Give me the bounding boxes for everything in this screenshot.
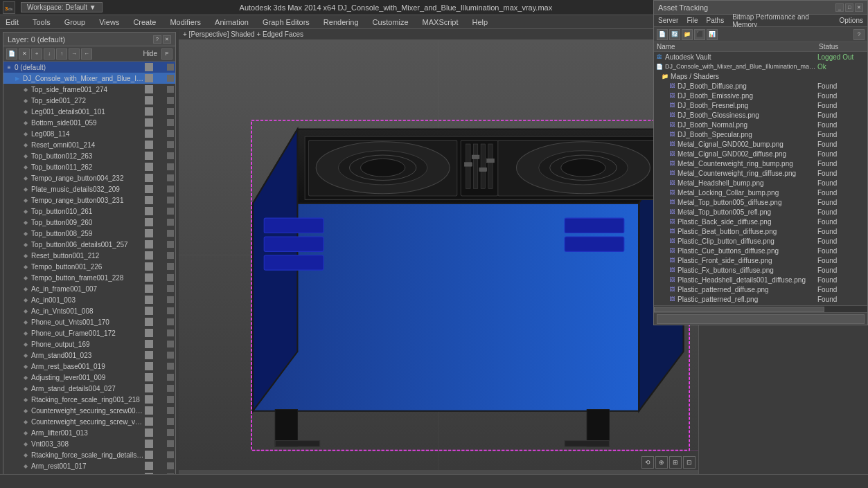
menu-views[interactable]: Views	[96, 17, 122, 28]
asset-row-maps-folder[interactable]: 📁 Maps / Shaders	[654, 71, 867, 81]
layer-item[interactable]: ◆Tempo_button_frame001_228	[3, 272, 175, 283]
asset-row[interactable]: 🖼Plastic_Back_side_diffuse.pngFound	[654, 217, 867, 226]
menu-animation[interactable]: Animation	[212, 17, 251, 28]
asset-row[interactable]: 🖼Plastic_Beat_button_diffuse.pngFound	[654, 226, 867, 236]
layer-item[interactable]: ◆Counterweight_securing_screw_vnt001_073	[3, 416, 175, 427]
layer-item[interactable]: ◆Arm_lifter001_013	[3, 427, 175, 438]
layer-freeze[interactable]	[167, 374, 174, 381]
layer-item[interactable]: ◆Plate_music_details032_209	[3, 183, 175, 195]
asset-tb-5[interactable]: 📊	[707, 29, 718, 40]
layer-freeze[interactable]	[167, 86, 174, 93]
layer-visibility[interactable]	[145, 440, 153, 448]
layer-item[interactable]: ◆Top_side_frame001_274	[3, 84, 175, 95]
layer-visibility[interactable]	[145, 351, 153, 359]
layer-item[interactable]: ◆Top_button009_260	[3, 217, 175, 228]
menu-edit[interactable]: Edit	[3, 17, 21, 28]
vp-zoom-btn[interactable]: ⊕	[655, 456, 668, 469]
layer-item[interactable]: ◆Top_button011_262	[3, 161, 175, 172]
layer-visibility[interactable]	[145, 96, 153, 105]
layer-freeze[interactable]	[167, 108, 174, 115]
layer-visibility[interactable]	[145, 240, 153, 248]
layer-item[interactable]: ◆Rtacking_force_scale_ring001_218	[3, 394, 175, 405]
layer-left-btn[interactable]: ←	[81, 48, 92, 60]
layer-close-btn[interactable]: ✕	[163, 35, 171, 44]
asset-row-mainfile[interactable]: 📄 DJ_Console_with_Mixer_and_Blue_Illumin…	[654, 62, 867, 71]
menu-modifiers[interactable]: Modifiers	[167, 17, 204, 28]
layer-freeze[interactable]	[167, 318, 174, 325]
layer-freeze[interactable]	[167, 219, 174, 226]
asset-row[interactable]: 🖼DJ_Booth_Diffuse.pngFound	[654, 81, 867, 91]
asset-row[interactable]: 🖼Metal_Headshell_bump.pngFound	[654, 178, 867, 188]
layer-item[interactable]: ◆Bottom_side001_059	[3, 117, 175, 128]
layer-item[interactable]: ◆Reset_omni001_214	[3, 139, 175, 150]
asset-row[interactable]: 🖼DJ_Booth_Normal.pngFound	[654, 120, 867, 129]
layer-visibility[interactable]	[145, 296, 153, 304]
layer-freeze[interactable]	[167, 230, 174, 237]
layer-freeze[interactable]	[167, 385, 174, 392]
layer-freeze[interactable]	[167, 64, 174, 71]
layer-visibility[interactable]	[145, 129, 153, 138]
layer-visibility[interactable]	[145, 406, 153, 415]
asset-row[interactable]: 🖼DJ_Booth_Specular.pngFound	[654, 129, 867, 139]
asset-horizontal-scrollbar[interactable]	[654, 305, 867, 312]
asset-row[interactable]: 🖼Plastic_Fx_buttons_diffuse.pngFound	[654, 265, 867, 275]
layer-item[interactable]: ◆Tempo_range_button003_231	[3, 195, 175, 206]
asset-tb-2[interactable]: 🔄	[669, 29, 680, 40]
layer-freeze[interactable]	[167, 329, 174, 336]
layer-visibility[interactable]	[145, 362, 153, 370]
layer-freeze-btn[interactable]: F	[161, 48, 172, 60]
menu-customize[interactable]: Customize	[370, 17, 411, 28]
layer-item[interactable]: ◆Top_button010_261	[3, 206, 175, 217]
layer-visibility[interactable]	[145, 373, 153, 381]
layer-freeze[interactable]	[167, 352, 174, 359]
layer-visibility[interactable]	[145, 384, 153, 392]
layer-freeze[interactable]	[167, 75, 174, 82]
layer-item[interactable]: ◆Tempo_button001_226	[3, 261, 175, 272]
layer-help-btn[interactable]: ?	[153, 35, 161, 44]
layer-item[interactable]: ◆Tempo_range_button004_232	[3, 172, 175, 183]
asset-scrollbar-thumb[interactable]	[654, 307, 824, 312]
layer-item[interactable]: ◆Ac_in001_003	[3, 294, 175, 305]
vp-field-btn[interactable]: ⊡	[683, 456, 696, 469]
layer-freeze[interactable]	[167, 418, 174, 425]
layer-visibility[interactable]	[145, 118, 153, 127]
layer-up-btn[interactable]: ↑	[56, 48, 67, 60]
asset-row[interactable]: 🖼Metal_Top_button005_refl.pngFound	[654, 207, 867, 217]
layer-visibility[interactable]	[145, 141, 153, 149]
layer-new-btn[interactable]: 📄	[6, 48, 17, 60]
layer-right-btn[interactable]: →	[69, 48, 80, 60]
layer-visibility[interactable]	[145, 417, 153, 426]
asset-row[interactable]: 🖼Metal_Cignal_GND002_bump.pngFound	[654, 139, 867, 149]
layer-visibility[interactable]	[145, 262, 153, 271]
layer-visibility[interactable]	[145, 174, 153, 182]
layer-visibility[interactable]	[145, 85, 153, 93]
layer-item[interactable]: ◆Adjusting_lever001_009	[3, 372, 175, 383]
layer-visibility[interactable]	[145, 340, 153, 348]
layer-item[interactable]: ◆Vnt003_308	[3, 438, 175, 449]
asset-row[interactable]: 🖼Metal_Locking_Collar_bump.pngFound	[654, 188, 867, 197]
menu-rendering[interactable]: Rendering	[321, 17, 362, 28]
layer-item[interactable]: ◆Arm_rest_base001_019	[3, 361, 175, 372]
layer-visibility[interactable]	[145, 74, 153, 82]
asset-tb-3[interactable]: 📁	[682, 29, 693, 40]
layer-visibility[interactable]	[145, 307, 153, 315]
vp-fit-btn[interactable]: ⊞	[669, 456, 682, 469]
layer-freeze[interactable]	[167, 208, 174, 215]
layer-visibility[interactable]	[145, 218, 153, 226]
layer-freeze[interactable]	[167, 396, 174, 403]
layer-down-btn[interactable]: ↓	[44, 48, 55, 60]
layer-item[interactable]: ◆Phone_output_169	[3, 338, 175, 350]
layer-item[interactable]: ◆Arm_stand_details004_027	[3, 383, 175, 394]
layer-freeze[interactable]	[167, 341, 174, 347]
layer-visibility[interactable]	[145, 107, 153, 116]
asset-row[interactable]: 🖼Metal_Counterweight_ring_diffuse.pngFou…	[654, 168, 867, 178]
layer-freeze[interactable]	[167, 263, 174, 270]
layer-item[interactable]: ◆Arm_rest001_017	[3, 460, 175, 471]
layer-item[interactable]: ≡ 0 (default)	[3, 62, 175, 73]
layer-freeze[interactable]	[167, 152, 174, 159]
asset-row[interactable]: 🖼Plastic_Front_side_diffuse.pngFound	[654, 255, 867, 265]
layer-visibility[interactable]	[145, 163, 153, 171]
layer-visibility[interactable]	[145, 428, 153, 437]
menu-graph-editors[interactable]: Graph Editors	[260, 17, 312, 28]
layer-item[interactable]: ◆Reset_button001_212	[3, 250, 175, 261]
